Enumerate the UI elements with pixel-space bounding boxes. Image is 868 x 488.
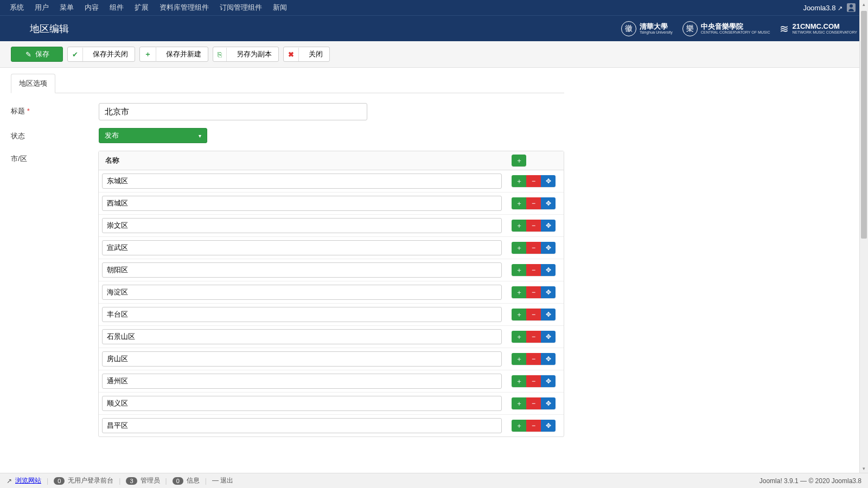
row-delete-button[interactable]: −: [526, 197, 541, 209]
row-districts: 市/区 名称 ＋ ＋−✥＋−✥＋−✥＋−✥＋−✥＋−✥＋−✥＋−✥＋−✥＋−✥＋…: [11, 151, 564, 437]
minus-circle-icon: −: [532, 311, 535, 318]
row-move-button[interactable]: ✥: [541, 397, 556, 409]
tabs: 地区选项: [11, 73, 564, 93]
row-move-button[interactable]: ✥: [541, 264, 556, 276]
nav-sub-mgmt[interactable]: 订阅管理组件: [215, 1, 266, 15]
row-add-button[interactable]: ＋: [512, 242, 526, 254]
close-label: 关闭: [302, 47, 329, 62]
title-input[interactable]: [99, 103, 367, 120]
district-input[interactable]: [102, 329, 502, 344]
table-row: ＋−✥: [99, 415, 564, 436]
close-button[interactable]: ✖ 关闭: [283, 47, 330, 62]
move-icon: ✥: [546, 311, 551, 318]
district-input[interactable]: [102, 218, 502, 233]
table-row: ＋−✥: [99, 170, 564, 192]
district-input[interactable]: [102, 262, 502, 278]
plus-circle-icon: ＋: [516, 177, 522, 186]
district-input[interactable]: [102, 285, 502, 300]
row-move-button[interactable]: ✥: [541, 286, 556, 298]
row-delete-button[interactable]: −: [526, 397, 541, 409]
row-delete-button[interactable]: −: [526, 286, 541, 298]
district-input[interactable]: [102, 196, 502, 211]
row-delete-button[interactable]: −: [526, 375, 541, 387]
district-input[interactable]: [102, 351, 502, 367]
status-select[interactable]: 发布 ▾: [99, 128, 207, 143]
row-add-button[interactable]: ＋: [512, 264, 526, 276]
logo-ccom-mark: 樂: [682, 21, 698, 36]
row-move-button[interactable]: ✥: [541, 375, 556, 387]
status-value: 发布: [105, 131, 119, 140]
row-action-group: ＋−✥: [512, 309, 556, 320]
district-input[interactable]: [102, 307, 502, 322]
row-move-button[interactable]: ✥: [541, 353, 556, 365]
scroll-thumb[interactable]: [861, 11, 867, 239]
row-action-group: ＋−✥: [512, 331, 556, 343]
nav-menus[interactable]: 菜单: [55, 1, 78, 15]
row-move-button[interactable]: ✥: [541, 197, 556, 209]
district-input[interactable]: [102, 418, 502, 433]
tab-options[interactable]: 地区选项: [11, 74, 55, 93]
add-row-button[interactable]: ＋: [512, 155, 526, 166]
row-action-group: ＋−✥: [512, 420, 556, 432]
save-copy-button[interactable]: ⎘ 另存为副本: [213, 47, 279, 62]
row-delete-button[interactable]: −: [526, 353, 541, 365]
row-move-button[interactable]: ✥: [541, 220, 556, 232]
brand-text: Joomla3.8: [803, 4, 835, 12]
row-name-cell: [99, 304, 505, 325]
row-delete-button[interactable]: −: [526, 175, 541, 187]
row-delete-button[interactable]: −: [526, 220, 541, 232]
row-add-button[interactable]: ＋: [512, 397, 526, 409]
row-add-button[interactable]: ＋: [512, 353, 526, 365]
user-menu-icon[interactable]: [847, 3, 856, 12]
row-add-button[interactable]: ＋: [512, 175, 526, 187]
districts-label: 市/区: [11, 151, 98, 164]
save-button[interactable]: ✎ 保存: [11, 47, 63, 62]
minus-circle-icon: −: [532, 422, 535, 429]
row-move-button[interactable]: ✥: [541, 242, 556, 254]
minus-circle-icon: −: [532, 288, 535, 296]
row-add-button[interactable]: ＋: [512, 286, 526, 298]
header-logos: 徽 清華大學 Tsinghua University 樂 中央音樂學院 CENT…: [621, 21, 857, 36]
nav-db-mgmt[interactable]: 资料库管理组件: [155, 1, 213, 15]
nav-users[interactable]: 用户: [30, 1, 53, 15]
row-add-button[interactable]: ＋: [512, 420, 526, 432]
row-delete-button[interactable]: −: [526, 242, 541, 254]
save-copy-label: 另存为副本: [230, 47, 278, 62]
row-move-button[interactable]: ✥: [541, 420, 556, 432]
nav-system[interactable]: 系统: [5, 1, 28, 15]
row-move-button[interactable]: ✥: [541, 331, 556, 343]
row-delete-button[interactable]: −: [526, 331, 541, 343]
move-icon: ✥: [546, 266, 551, 274]
vertical-scrollbar[interactable]: ▴ ▾: [859, 0, 868, 455]
row-action-group: ＋−✥: [512, 397, 556, 409]
row-add-button[interactable]: ＋: [512, 331, 526, 343]
district-input[interactable]: [102, 374, 502, 389]
move-icon: ✥: [546, 222, 551, 229]
row-move-button[interactable]: ✥: [541, 175, 556, 187]
district-input[interactable]: [102, 396, 502, 411]
row-add-button[interactable]: ＋: [512, 375, 526, 387]
district-input[interactable]: [102, 240, 502, 255]
row-move-button[interactable]: ✥: [541, 309, 556, 320]
nav-content[interactable]: 内容: [80, 1, 103, 15]
district-input[interactable]: [102, 174, 502, 189]
scroll-up-icon[interactable]: ▴: [860, 0, 868, 9]
row-delete-button[interactable]: −: [526, 309, 541, 320]
nav-extensions[interactable]: 扩展: [130, 1, 153, 15]
logo-ccom-name: 中央音樂學院: [701, 23, 770, 30]
page-header: 地区编辑 徽 清華大學 Tsinghua University 樂 中央音樂學院…: [0, 15, 868, 41]
save-close-button[interactable]: ✔ 保存并关闭: [67, 47, 135, 62]
row-name-cell: [99, 393, 505, 414]
brand-link[interactable]: Joomla3.8 ↗: [803, 4, 843, 12]
save-new-button[interactable]: ＋ 保存并新建: [139, 47, 208, 62]
row-add-button[interactable]: ＋: [512, 309, 526, 320]
row-add-button[interactable]: ＋: [512, 197, 526, 209]
row-delete-button[interactable]: −: [526, 264, 541, 276]
nav-components[interactable]: 组件: [105, 1, 128, 15]
row-delete-button[interactable]: −: [526, 420, 541, 432]
row-name-cell: [99, 415, 505, 436]
table-row: ＋−✥: [99, 259, 564, 281]
plus-circle-icon: ＋: [516, 310, 522, 319]
row-add-button[interactable]: ＋: [512, 220, 526, 232]
nav-news[interactable]: 新闻: [269, 1, 291, 15]
